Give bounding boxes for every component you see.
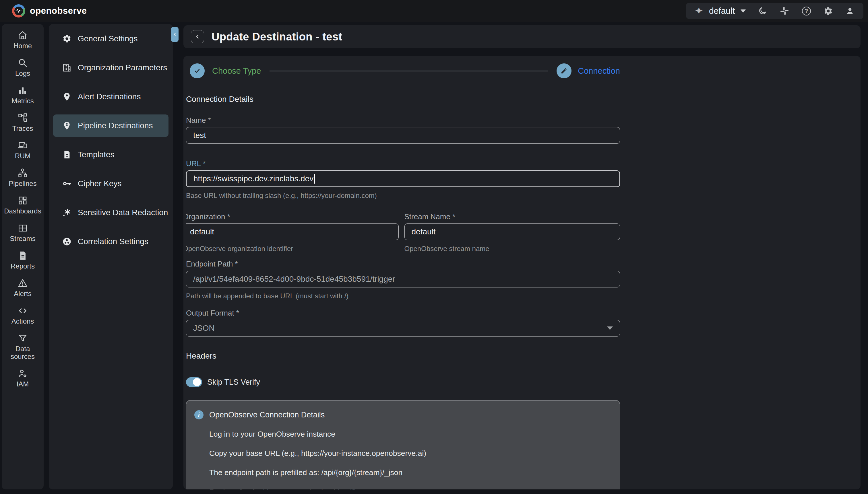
dropdown-arrow-icon <box>607 326 613 330</box>
profile-icon[interactable] <box>845 6 855 16</box>
sidebar-item-pipelines[interactable]: Pipelines <box>2 166 44 190</box>
openobserve-logo-icon <box>12 4 25 18</box>
output-format-select[interactable]: JSON <box>186 320 620 337</box>
document-icon <box>18 251 27 261</box>
warning-triangle-icon <box>18 278 27 288</box>
page-header: Update Destination - test <box>183 25 861 48</box>
info-box-header: i OpenObserve Connection Details <box>194 410 611 419</box>
organization-label: Organization * <box>186 212 399 221</box>
sidebar-item-traces[interactable]: Traces <box>2 111 44 135</box>
home-icon <box>18 31 27 40</box>
info-line: Replace {org} with your organization ide… <box>194 488 611 489</box>
name-input[interactable] <box>186 127 620 144</box>
organization-input[interactable] <box>186 224 399 240</box>
sidebar-item-data-sources[interactable]: Data sources <box>2 331 44 363</box>
top-bar: openobserve ✦ default ? <box>0 0 868 22</box>
section-title: Connection Details <box>186 95 620 104</box>
person-gear-icon <box>18 369 27 378</box>
chevron-left-icon <box>194 34 201 40</box>
stepper-divider <box>186 86 620 86</box>
location-pin-icon <box>62 92 72 101</box>
key-icon <box>62 179 72 188</box>
page-title: Update Destination - test <box>211 31 342 43</box>
main-panel: Update Destination - test Choose Type Co… <box>183 22 861 489</box>
brand: openobserve <box>12 4 87 18</box>
step-connection-label[interactable]: Connection <box>578 66 620 76</box>
code-brackets-icon <box>18 306 27 316</box>
organization-hint: OpenObserve organization identifier <box>186 245 399 253</box>
topbar-controls: ✦ default ? <box>686 3 863 19</box>
sparkle-icon: ✦ <box>695 6 703 16</box>
skip-tls-toggle-row[interactable]: Skip TLS Verify <box>186 377 620 387</box>
sidebar-item-streams[interactable]: Streams <box>2 221 44 245</box>
url-hint: Base URL without trailing slash (e.g., h… <box>186 192 620 200</box>
org-stream-row: Organization * OpenObserve organization … <box>186 212 620 253</box>
info-icon: i <box>194 410 204 419</box>
text-cursor <box>314 174 315 184</box>
settings-nav-templates[interactable]: Templates <box>53 144 168 166</box>
sidebar-item-reports[interactable]: Reports <box>2 248 44 272</box>
sidebar-item-home[interactable]: Home <box>2 28 44 52</box>
settings-nav-organization-parameters[interactable]: Organization Parameters <box>53 57 168 79</box>
info-line: The endpoint path is prefilled as: /api/… <box>194 468 611 477</box>
settings-nav-sensitive-data-redaction[interactable]: Sensitive Data Redaction <box>53 202 168 224</box>
form-container: Choose Type Connection Connection Detail… <box>186 56 620 489</box>
help-icon[interactable]: ? <box>801 6 811 16</box>
stream-column: Stream Name * OpenObserve stream name <box>404 212 620 253</box>
sidebar-item-actions[interactable]: Actions <box>2 304 44 327</box>
stream-name-label: Stream Name * <box>404 212 620 221</box>
endpoint-path-hint: Path will be appended to base URL (must … <box>186 292 620 300</box>
slack-icon[interactable] <box>780 6 789 16</box>
pencil-icon <box>560 68 568 74</box>
sidebar-item-metrics[interactable]: Metrics <box>2 83 44 107</box>
step-choose-type-label[interactable]: Choose Type <box>212 66 261 76</box>
output-format-value: JSON <box>193 324 215 333</box>
dark-mode-moon-icon[interactable] <box>758 6 768 16</box>
step-choose-type-circle[interactable] <box>190 63 205 78</box>
step-connection-circle[interactable] <box>557 63 572 78</box>
settings-gear-icon[interactable] <box>823 6 833 16</box>
settings-nav-general-settings[interactable]: General Settings <box>53 27 168 50</box>
nodes-icon <box>18 113 27 123</box>
output-format-label: Output Format * <box>186 309 620 318</box>
sidebar-item-alerts[interactable]: Alerts <box>2 276 44 300</box>
primary-sidebar: Home Logs Metrics Traces RUM Pipelines D… <box>2 24 44 489</box>
sidebar-item-dashboards[interactable]: Dashboards <box>2 193 44 217</box>
destination-form-card: Choose Type Connection Connection Detail… <box>183 56 861 489</box>
url-label: URL * <box>186 159 620 168</box>
settings-sidebar: General Settings Organization Parameters… <box>49 24 173 489</box>
org-selector[interactable]: ✦ default <box>695 6 746 16</box>
file-icon <box>62 150 72 159</box>
sidebar-collapse-button[interactable] <box>171 27 179 42</box>
info-line: Log in to your OpenObserve instance <box>194 430 611 439</box>
endpoint-path-input[interactable] <box>186 271 620 287</box>
stepper: Choose Type Connection <box>186 63 620 78</box>
settings-nav-correlation-settings[interactable]: Correlation Settings <box>53 230 168 253</box>
settings-nav-cipher-keys[interactable]: Cipher Keys <box>53 172 168 195</box>
stepper-connector <box>270 71 548 72</box>
sidebar-item-logs[interactable]: Logs <box>2 56 44 79</box>
chevron-left-icon <box>172 32 177 37</box>
toggle-knob <box>193 378 201 386</box>
headers-section-title: Headers <box>186 352 620 361</box>
skip-tls-toggle[interactable] <box>186 377 202 387</box>
org-selector-value: default <box>709 6 735 16</box>
organization-column: Organization * OpenObserve organization … <box>186 212 399 253</box>
search-icon <box>18 58 27 68</box>
hierarchy-icon <box>18 168 27 178</box>
settings-nav-alert-destinations[interactable]: Alert Destinations <box>53 86 168 108</box>
url-value: https://swisspipe.dev.zinclabs.dev <box>193 174 313 183</box>
question-mark-icon: ? <box>802 6 811 16</box>
back-button[interactable] <box>191 30 204 43</box>
stream-name-input[interactable] <box>404 224 620 240</box>
stream-name-hint: OpenObserve stream name <box>404 245 620 253</box>
table-grid-icon <box>18 223 27 233</box>
devices-icon <box>18 140 27 150</box>
url-input[interactable]: https://swisspipe.dev.zinclabs.dev <box>186 170 620 187</box>
sidebar-item-iam[interactable]: IAM <box>2 366 44 390</box>
settings-nav-pipeline-destinations[interactable]: Pipeline Destinations <box>53 114 168 137</box>
skip-tls-label: Skip TLS Verify <box>207 378 260 387</box>
sidebar-item-rum[interactable]: RUM <box>2 138 44 162</box>
endpoint-path-label: Endpoint Path * <box>186 260 620 268</box>
chevron-down-icon <box>741 10 746 13</box>
